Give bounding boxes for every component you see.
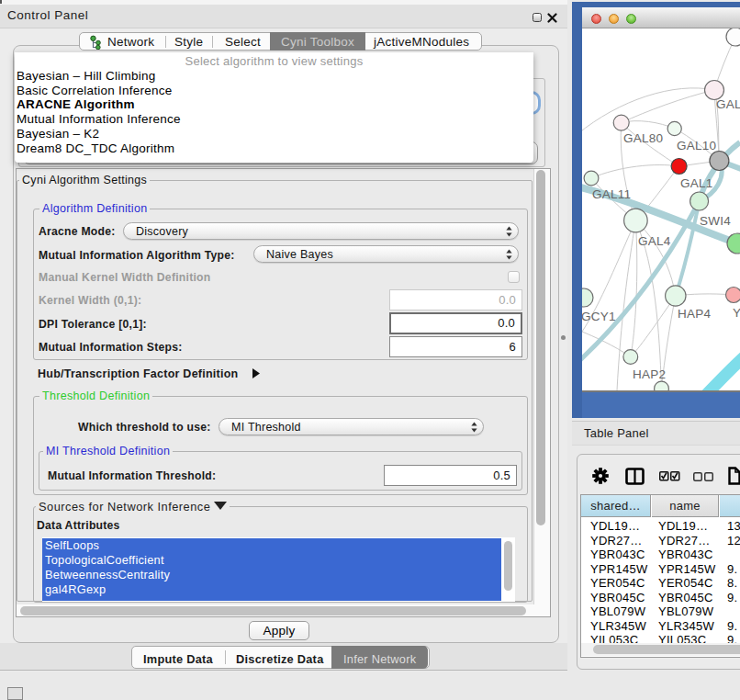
svg-text:GAL1: GAL1 xyxy=(680,176,713,190)
svg-text:HAP2: HAP2 xyxy=(633,367,666,381)
svg-text:GAL11: GAL11 xyxy=(592,187,631,201)
svg-text:GAL4: GAL4 xyxy=(638,234,671,248)
svg-text:Y: Y xyxy=(733,306,740,320)
svg-text:GCY1: GCY1 xyxy=(582,310,616,323)
svg-text:HAP4: HAP4 xyxy=(678,307,712,321)
svg-text:GAL10: GAL10 xyxy=(677,139,716,152)
svg-text:GAL80: GAL80 xyxy=(623,131,663,145)
svg-text:GAL: GAL xyxy=(716,97,740,111)
svg-text:SWI4: SWI4 xyxy=(700,214,731,228)
